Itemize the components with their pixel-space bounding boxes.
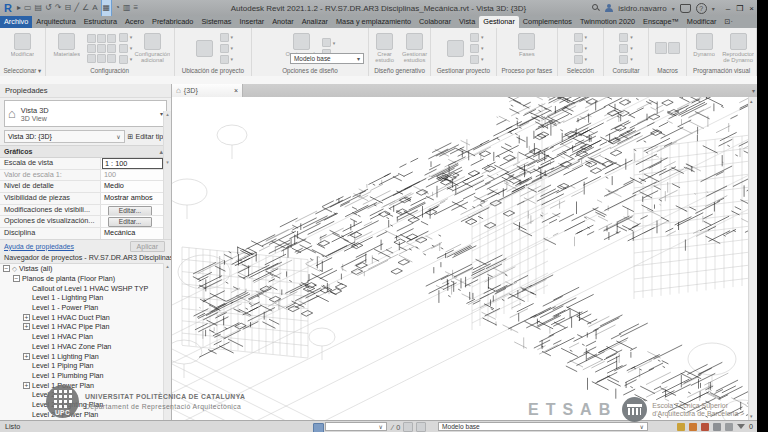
view-tab-3d[interactable]: ⌂ {3D} ×	[172, 84, 243, 97]
design-option-combo[interactable]: Modelo base∨	[438, 422, 648, 431]
ribbon-tab-estructura[interactable]: Estructura	[80, 16, 121, 28]
expander-plus-icon[interactable]: +	[23, 314, 30, 321]
ribbon-tab-insertar[interactable]: Insertar	[235, 16, 268, 28]
tree-item-level-1-lighting-plan[interactable]: +Level 1 Lighting Plan	[0, 351, 171, 361]
signed-in-user[interactable]: isidro.navarro	[618, 4, 666, 13]
expander-plus-icon[interactable]: +	[23, 382, 30, 389]
edit-button[interactable]: Editar...	[108, 217, 152, 227]
manage-project-stack-icon-2[interactable]: ▾	[470, 55, 484, 64]
open-icon[interactable]: ▸	[17, 0, 21, 16]
active-option-icon[interactable]	[416, 422, 426, 432]
properties-scrollbar[interactable]: ▴▾	[163, 111, 171, 240]
canvas-scrollbar[interactable]: ▴▾	[748, 97, 757, 420]
expander-minus-icon[interactable]: −	[3, 265, 10, 272]
tree-item-level-2-lighting-plan[interactable]: Level 2 - Lighting Plan	[0, 400, 171, 410]
property-value-escala-de-vista[interactable]: 1 : 100	[100, 158, 171, 169]
worksharing-display-icon[interactable]	[689, 423, 697, 431]
user-menu-caret-icon[interactable]: ▾	[672, 5, 675, 12]
expander-plus-icon[interactable]: +	[23, 323, 30, 330]
browser-scrollbar[interactable]: ▴	[163, 263, 171, 420]
tree-item-level-1-plumbing-plan[interactable]: Level 1 Plumbing Plan	[0, 371, 171, 381]
object-styles-grid-icon-5[interactable]	[107, 44, 116, 53]
3d-view-canvas[interactable]	[172, 97, 749, 420]
macros-icon-0[interactable]	[655, 42, 667, 54]
undo-icon[interactable]: ↺	[45, 0, 52, 16]
help-menu-caret-icon[interactable]: ▾	[712, 5, 715, 12]
object-styles-grid-icon-4[interactable]	[97, 44, 106, 53]
button-gestionar-estudios[interactable]: Gestionar estudios	[401, 33, 428, 64]
type-selector[interactable]: ⌂ Vista 3D 3D View ▾	[4, 100, 167, 127]
property-value-disciplina[interactable]: Mecánica	[100, 228, 171, 239]
property-value-modificaciones-de-visibili[interactable]: Editar...	[100, 205, 171, 216]
restore-button[interactable]: ❒	[736, 4, 743, 13]
tree-item-level-1-power-plan[interactable]: +Level 1 Power Plan	[0, 380, 171, 390]
section-icon[interactable]: ◔	[115, 0, 120, 16]
element-selector[interactable]: Vista 3D: {3D}∨	[4, 130, 125, 143]
tree-item-level-1-hvac-pipe-plan[interactable]: +Level 1 HVAC Pipe Plan	[0, 322, 171, 332]
object-styles-grid-icon-2[interactable]	[107, 34, 116, 43]
tree-item-level-1-power-plan[interactable]: Level 1 - Power Plan	[0, 303, 171, 313]
warnings-icon[interactable]	[701, 423, 709, 431]
worksets-icon[interactable]	[313, 423, 324, 432]
design-options-stack-icon-0[interactable]: ▾	[322, 38, 336, 47]
snaps-stack-icon-2[interactable]: ▾	[119, 55, 133, 64]
selection-stack-icon-1[interactable]: ▾	[574, 44, 588, 53]
measure-icon[interactable]: ╱	[74, 0, 79, 16]
property-value-valor-de-escala-1[interactable]: 100	[100, 170, 171, 181]
ribbon-tab-analizar[interactable]: Analizar	[298, 16, 332, 28]
tree-item-level-1-hvac-zone-plan[interactable]: Level 1 HVAC Zone Plan	[0, 342, 171, 352]
ribbon-tab-archivo[interactable]: Archivo	[0, 16, 32, 28]
inquiry-stack-icon-1[interactable]: ▾	[619, 44, 633, 53]
button-materiales[interactable]: Materiales	[50, 33, 84, 64]
ribbon-tab-colaborar[interactable]: Colaborar	[415, 16, 455, 28]
background-processes-icon[interactable]	[677, 423, 685, 431]
print-icon[interactable]: ⊟	[65, 0, 72, 16]
selection-stack-icon-2[interactable]: ▾	[574, 55, 588, 64]
button-manage-links-icon[interactable]	[443, 40, 467, 57]
property-value-opciones-de-visualizaci-n[interactable]: Editar...	[100, 216, 171, 227]
manage-project-stack-icon-1[interactable]: ▾	[470, 44, 484, 53]
editable-only-icon[interactable]: ∕	[392, 423, 393, 432]
text-icon[interactable]: A	[92, 0, 97, 16]
button-location-icon[interactable]	[193, 40, 217, 57]
snaps-stack-icon-1[interactable]: ▾	[119, 44, 133, 53]
sync-icon[interactable]: ▤	[35, 0, 43, 16]
inquiry-stack-icon-0[interactable]: ▾	[619, 33, 633, 42]
button-modificar[interactable]: Modificar	[5, 33, 39, 64]
object-styles-grid-icon-3[interactable]	[87, 44, 96, 53]
main-model-combo[interactable]: Modelo base▾	[290, 53, 364, 64]
select-toggle-icon[interactable]	[713, 423, 721, 431]
button-reproductor-de-dynamo[interactable]: Reproductor de Dynamo	[722, 33, 754, 64]
tree-item-level-2[interactable]: Level 2	[0, 390, 171, 400]
ribbon-tab-acero[interactable]: Acero	[121, 16, 148, 28]
dimension-icon[interactable]: ∠	[82, 0, 89, 16]
tree-item-level-1-hvac-duct-plan[interactable]: +Level 1 HVAC Duct Plan	[0, 312, 171, 322]
object-styles-grid-icon-0[interactable]	[87, 34, 96, 43]
search-icon[interactable]	[592, 4, 600, 12]
ribbon-tab-enscape[interactable]: Enscape™	[639, 16, 683, 28]
scale-input[interactable]: 1 : 100	[102, 158, 163, 169]
object-styles-grid-icon-7[interactable]	[97, 54, 106, 63]
edit-button[interactable]: Editar...	[108, 206, 152, 216]
object-styles-grid-icon-1[interactable]	[97, 34, 106, 43]
button-crear-estudio[interactable]: Crear estudio	[371, 33, 398, 64]
button-configuraci-n-adicional[interactable]: Configuración adicional	[135, 33, 169, 64]
3d-view-icon[interactable]: ▦	[101, 0, 113, 17]
switch-windows-icon[interactable]: ≡	[134, 0, 139, 16]
macros-icon-1[interactable]	[668, 42, 680, 54]
thin-lines-icon[interactable]: ▥	[123, 0, 131, 16]
button-fases[interactable]: Fases	[510, 33, 544, 64]
object-styles-grid-icon-6[interactable]	[87, 54, 96, 63]
redo-icon[interactable]: ↷	[55, 0, 62, 16]
save-icon[interactable]: ▭	[24, 0, 32, 16]
apply-button[interactable]: Aplicar	[130, 241, 165, 252]
snaps-stack-icon-0[interactable]: ▾	[119, 33, 133, 42]
property-value-visibilidad-de-piezas[interactable]: Mostrar ambos	[100, 193, 171, 204]
close-button[interactable]: ×	[749, 4, 754, 13]
tree-item-level-1-lighting-plan[interactable]: Level 1 - Lighting Plan	[0, 293, 171, 303]
ribbon-tab-anotar[interactable]: Anotar	[268, 16, 298, 28]
expander-minus-icon[interactable]: −	[13, 275, 20, 282]
ribbon-tab-twinmotion-2020[interactable]: Twinmotion 2020	[576, 16, 639, 28]
close-view-tab-icon[interactable]: ×	[234, 87, 238, 94]
app-store-icon[interactable]	[680, 4, 691, 13]
